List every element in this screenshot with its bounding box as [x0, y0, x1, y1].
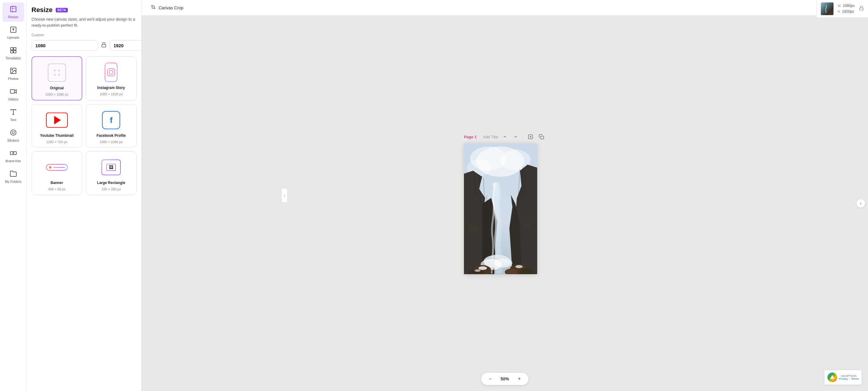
- sidebar-item-templates[interactable]: Templates: [2, 43, 24, 63]
- svg-point-44: [516, 265, 523, 268]
- height-value: 1920px: [842, 9, 854, 13]
- card-instagram-story-icon-area: [99, 61, 123, 83]
- panel-title: Resize: [31, 6, 53, 14]
- svg-rect-5: [13, 51, 16, 53]
- page-down-button[interactable]: [512, 132, 520, 141]
- card-youtube-dims: 1280 × 720 px: [46, 140, 67, 144]
- card-large-rectangle-icon-area: 🖼: [99, 156, 123, 178]
- sidebar-nav: Resize Uploads Templates: [0, 0, 27, 391]
- card-large-rectangle[interactable]: 🖼 Large Rectangle 336 × 280 px: [86, 151, 137, 195]
- svg-point-43: [478, 266, 487, 270]
- svg-rect-17: [541, 136, 544, 139]
- svg-point-11: [14, 132, 14, 132]
- page-add-button[interactable]: [526, 132, 535, 141]
- card-original-icon-area: [45, 62, 69, 84]
- zoom-out-button[interactable]: −: [487, 375, 494, 383]
- svg-point-45: [474, 269, 480, 272]
- sidebar-item-brand-kits[interactable]: Brand Kits: [2, 147, 24, 166]
- sidebar-item-videos[interactable]: Videos: [2, 85, 24, 104]
- canvas-frame[interactable]: [464, 144, 537, 274]
- lr-image-icon: 🖼: [109, 165, 113, 170]
- svg-rect-4: [10, 51, 13, 53]
- sidebar-item-photos-label: Photos: [8, 77, 18, 81]
- sidebar-item-templates-label: Templates: [5, 56, 21, 60]
- recaptcha-label: reCAPTCHA: [839, 374, 859, 378]
- banner-icon: [46, 164, 68, 171]
- svg-rect-0: [10, 6, 16, 12]
- sidebar-item-videos-label: Videos: [8, 97, 18, 101]
- width-input[interactable]: [31, 40, 98, 51]
- preview-dimensions: W 1080px H 1920px: [838, 3, 855, 14]
- recaptcha-privacy-link[interactable]: Privacy: [839, 378, 848, 381]
- sidebar-item-photos[interactable]: Photos: [2, 64, 24, 84]
- preview-thumbnail: [821, 2, 834, 15]
- right-arrow-button[interactable]: ›: [857, 199, 865, 208]
- sidebar-item-resize[interactable]: Resize: [2, 2, 24, 22]
- recaptcha-logo: [828, 372, 837, 382]
- card-banner-icon-area: [45, 156, 69, 178]
- recaptcha-badge: reCAPTCHA Privacy - Terms: [824, 370, 862, 385]
- zoom-value: 50%: [499, 377, 511, 381]
- templates-icon: [10, 47, 17, 55]
- height-label: H: [838, 10, 840, 13]
- sidebar-item-uploads-label: Uploads: [7, 36, 19, 39]
- svg-rect-8: [10, 90, 14, 93]
- card-instagram-story-dims: 1080 × 1920 px: [100, 92, 123, 96]
- svg-point-37: [494, 259, 513, 268]
- beta-badge: BETA: [56, 8, 68, 12]
- page-divider: |: [522, 134, 524, 140]
- sidebar-item-stickers[interactable]: Stickers: [2, 126, 24, 145]
- svg-point-7: [12, 69, 13, 70]
- lock-icon[interactable]: [101, 42, 106, 49]
- youtube-play-icon: [54, 116, 61, 124]
- card-banner[interactable]: Banner 468 × 60 px: [31, 151, 82, 195]
- card-instagram-story-label: Instagram Story: [97, 86, 125, 90]
- height-input[interactable]: [110, 40, 142, 51]
- sidebar-item-text[interactable]: Text: [2, 105, 24, 125]
- large-rectangle-icon: 🖼: [101, 159, 121, 175]
- svg-rect-3: [13, 48, 16, 50]
- top-right-panel: W 1080px H 1920px: [816, 0, 868, 18]
- page-copy-button[interactable]: [537, 132, 546, 141]
- sidebar-item-my-folders-label: My Folders: [5, 180, 21, 183]
- card-youtube-thumbnail[interactable]: Youtube Thumbnail 1280 × 720 px: [31, 104, 82, 148]
- card-facebook-icon-area: f: [99, 109, 123, 131]
- svg-point-12: [13, 153, 14, 154]
- sidebar-item-my-folders[interactable]: My Folders: [2, 167, 24, 186]
- width-label: W: [838, 4, 841, 7]
- svg-point-47: [523, 222, 532, 228]
- card-youtube-label: Youtube Thumbnail: [40, 133, 73, 138]
- card-banner-label: Banner: [51, 181, 63, 185]
- page-add-title[interactable]: Add Title: [483, 135, 498, 139]
- text-icon: [10, 108, 17, 117]
- card-large-rectangle-label: Large Rectangle: [97, 181, 125, 185]
- page-separator: -: [479, 135, 480, 139]
- canvas-crop-button[interactable]: Canvas Crop: [148, 3, 186, 13]
- svg-point-9: [10, 130, 16, 135]
- custom-label: Custom: [31, 33, 136, 37]
- recaptcha-terms-link[interactable]: Terms: [851, 378, 859, 381]
- card-original[interactable]: Original 1080 × 1080 px: [31, 56, 82, 100]
- my-folders-icon: [10, 170, 17, 179]
- card-facebook-dims: 1080 × 1080 px: [100, 140, 123, 144]
- zoom-in-button[interactable]: +: [516, 375, 523, 383]
- top-toolbar: Canvas Crop: [142, 0, 868, 16]
- dimensions-row: px ▾: [31, 40, 136, 51]
- svg-rect-2: [10, 48, 13, 50]
- svg-rect-14: [821, 2, 834, 15]
- card-large-rectangle-dims: 336 × 280 px: [101, 187, 121, 191]
- instagram-icon: [105, 63, 117, 82]
- lock-right-icon[interactable]: [859, 6, 864, 12]
- sidebar-item-uploads[interactable]: Uploads: [2, 23, 24, 42]
- svg-rect-13: [102, 44, 106, 47]
- stickers-icon: [10, 129, 17, 138]
- card-instagram-story[interactable]: Instagram Story 1080 × 1920 px: [86, 56, 137, 100]
- page-up-button[interactable]: [501, 132, 509, 141]
- videos-icon: [10, 88, 17, 96]
- sidebar-item-stickers-label: Stickers: [7, 139, 19, 142]
- panel-collapse-button[interactable]: ‹: [281, 188, 287, 203]
- panel-description: Choose new canvas sizes, and we'll adjus…: [31, 16, 136, 28]
- resize-panel: Resize BETA Choose new canvas sizes, and…: [27, 0, 142, 391]
- zoom-bar: − 50% +: [481, 373, 528, 385]
- card-facebook-profile[interactable]: f Facebook Profile 1080 × 1080 px: [86, 104, 137, 148]
